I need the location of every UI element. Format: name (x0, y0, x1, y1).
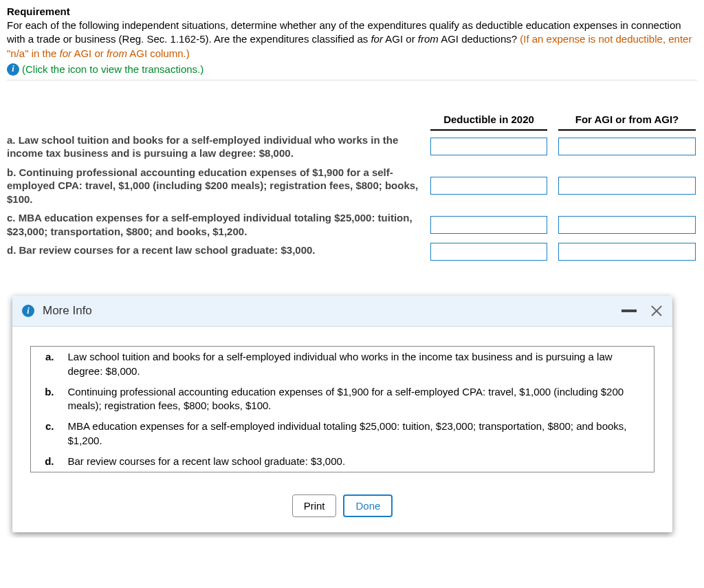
req-italic-2: from (418, 33, 439, 45)
more-info-modal: i More Info a. Law school tuition and bo… (12, 296, 672, 532)
input-c-agi[interactable] (558, 216, 696, 234)
transactions-link[interactable]: (Click the icon to view the transactions… (22, 63, 204, 75)
table-row: b. Continuing professional accounting ed… (31, 382, 654, 417)
modal-body: a. Law school tuition and books for a se… (12, 327, 672, 485)
done-button[interactable]: Done (343, 494, 393, 517)
row-label-b: b. (31, 382, 61, 417)
requirement-body: For each of the following independent si… (7, 19, 697, 61)
close-icon[interactable] (650, 305, 663, 317)
info-icon[interactable]: i (7, 63, 19, 76)
input-b-deductible[interactable] (430, 177, 547, 195)
req-italic-1: for (371, 33, 383, 45)
modal-title: More Info (43, 304, 92, 318)
input-d-agi[interactable] (558, 243, 696, 261)
input-a-agi[interactable] (558, 138, 696, 155)
question-d: d. Bar review courses for a recent law s… (7, 241, 419, 263)
info-icon: i (22, 305, 34, 317)
more-info-table: a. Law school tuition and books for a se… (30, 346, 654, 472)
input-c-deductible[interactable] (430, 216, 547, 234)
table-row: d. Bar review courses for a recent law s… (31, 451, 654, 472)
req-warn-italic-2: from (107, 47, 127, 59)
question-grid: Deductible in 2020 For AGI or from AGI? … (7, 113, 697, 263)
modal-footer: Print Done (12, 485, 672, 532)
row-label-a: a. (31, 347, 61, 382)
req-warn-2: AGI column.) (127, 47, 190, 59)
input-a-deductible[interactable] (430, 138, 547, 155)
minimize-icon[interactable] (622, 309, 637, 312)
row-label-d: d. (31, 451, 61, 472)
print-button[interactable]: Print (292, 494, 337, 517)
col-header-agi: For AGI or from AGI? (558, 113, 696, 131)
req-mid-1: AGI or (383, 33, 418, 45)
req-warn-mid: AGI or (72, 47, 107, 59)
requirement-header: Requirement For each of the following in… (7, 6, 697, 80)
grid-spacer (7, 113, 419, 131)
modal-header: i More Info (12, 296, 672, 327)
table-row: c. MBA education expenses for a self-emp… (31, 416, 654, 451)
row-text-a: Law school tuition and books for a self-… (61, 347, 654, 382)
row-text-d: Bar review courses for a recent law scho… (61, 451, 654, 472)
req-text-2: AGI deductions? (439, 33, 520, 45)
transactions-link-row: i (Click the icon to view the transactio… (7, 63, 697, 80)
requirement-title: Requirement (7, 6, 697, 17)
row-text-b: Continuing professional accounting educa… (61, 382, 654, 417)
input-b-agi[interactable] (558, 177, 696, 195)
row-label-c: c. (31, 416, 61, 451)
req-warn-italic-1: for (60, 47, 72, 59)
input-d-deductible[interactable] (430, 243, 547, 261)
col-header-deductible: Deductible in 2020 (430, 113, 547, 131)
question-b: b. Continuing professional accounting ed… (7, 163, 419, 209)
row-text-c: MBA education expenses for a self-employ… (61, 416, 654, 451)
question-a: a. Law school tuition and books for a se… (7, 131, 419, 163)
table-row: a. Law school tuition and books for a se… (31, 347, 654, 382)
question-c: c. MBA education expenses for a self-emp… (7, 208, 419, 241)
